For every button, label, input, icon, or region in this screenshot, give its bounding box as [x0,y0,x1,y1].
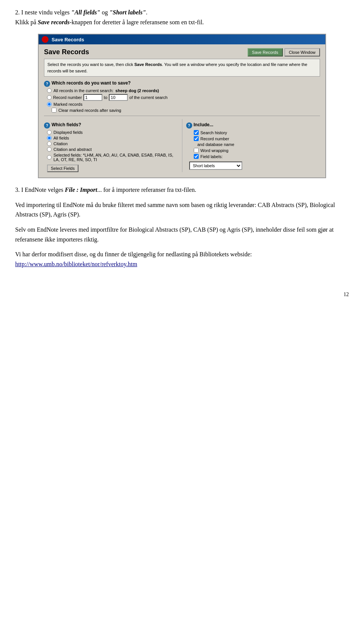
record-number-include-label: Record number [201,136,229,141]
step3-rest: ... for å importere referanser fra txt-f… [97,187,196,193]
which-fields-col: ? Which fields? Displayed fields All fie… [44,119,182,172]
step3-vi-text: Vi har derfor modifisert disse, og du fi… [15,251,252,257]
dialog-buttons: Save Records Close Window [248,48,320,56]
all-records-label: All records in the current search: [53,88,113,93]
clear-marked-option: Clear marked records after saving [52,108,320,113]
record-number-radio[interactable] [47,95,52,100]
search-history-option: Search history [194,130,320,135]
dialog-icon [42,36,49,43]
displayed-fields-option: Displayed fields [47,130,178,135]
intro-paragraph: 2. I neste vindu velges "All fields" og … [15,8,349,27]
citation-abstract-label: Citation and abstract [53,147,92,152]
word-wrapping-option: Word wrapping [194,148,320,153]
section-number: 2. [15,9,20,16]
clear-marked-checkbox[interactable] [52,108,56,113]
all-fields-label: All fields [53,136,69,140]
dialog-instruction: Select the records you want to save, the… [44,59,320,77]
all-fields-radio[interactable] [47,136,52,140]
intro-allfields: "All fields" [71,9,100,16]
question-icon-include: ? [186,122,192,129]
record-number-label: Record number [53,95,82,100]
include-label: Include... [194,122,213,127]
question-icon-records: ? [44,81,50,87]
word-wrapping-checkbox[interactable] [194,148,199,153]
displayed-fields-label: Displayed fields [53,130,83,135]
citation-abstract-radio[interactable] [47,147,52,152]
and-database-label: and database name [198,142,320,147]
divider [44,116,320,116]
intro-text2: Klikk på [15,19,38,25]
citation-label: Citation [53,141,67,146]
labels-dropdown[interactable]: Short labels Long labels No labels [189,162,242,170]
selected-fields-radio[interactable] [47,155,52,160]
field-labels-option: Field labels: [194,154,320,159]
include-section: ? Include... [186,122,320,129]
citation-radio[interactable] [47,141,52,146]
selected-fields-label: Selected fields: *LHM, AN, AO, AU, CA, E… [53,153,178,162]
dialog-titlebar: Save Records [39,35,325,44]
which-records-section: ? Which records do you want to save? [44,80,320,87]
step3-link[interactable]: http://www.umb.no/biblioteket/nor/refver… [15,261,137,267]
field-labels-checkbox[interactable] [194,154,199,159]
page-number: 12 [15,292,349,298]
marked-records-radio[interactable] [47,102,52,107]
step3-selv-paragraph: Selv om EndNote leveres med importfiltre… [15,225,349,244]
step3-detail-paragraph: Ved importering til EndNote må du bruke … [15,200,349,220]
intro-shortlabels: "Short labels" [109,9,146,16]
step3-selv-text: Selv om EndNote leveres med importfiltre… [15,226,334,243]
intro-rest: -knappen for deretter å lagre referansen… [70,19,204,25]
save-records-dialog: Save Records Save Records Save Records C… [38,34,326,178]
field-labels-label: Field labels: [201,154,223,159]
selected-fields-option: Selected fields: *LHM, AN, AO, AU, CA, E… [47,153,178,162]
record-to-input[interactable] [109,94,128,101]
citation-option: Citation [47,141,178,146]
close-window-button[interactable]: Close Window [284,48,320,56]
search-history-checkbox[interactable] [194,130,199,135]
marked-records-option: Marked records [47,102,320,107]
dialog-body: Save Records Save Records Close Window S… [39,44,325,177]
displayed-fields-radio[interactable] [47,130,52,135]
step3-intro: 3. I EndNote velges [15,187,65,193]
question-icon-fields: ? [44,122,50,129]
select-fields-button[interactable]: Select Fields [47,165,78,172]
save-records-button[interactable]: Save Records [248,48,283,56]
record-number-include-checkbox[interactable] [194,136,199,141]
all-fields-option: All fields [47,136,178,140]
step3-paragraph: 3. I EndNote velges File : Import... for… [15,185,349,195]
dialog-header-row: Save Records Save Records Close Window [44,48,320,56]
search-term-label: sheep dog (2 records) [115,88,159,93]
to-label: to [104,95,107,100]
step3-vi-paragraph: Vi har derfor modifisert disse, og du fi… [15,249,349,269]
dialog-title: Save Records [52,37,84,42]
all-records-radio[interactable] [47,88,52,93]
dialog-title-text: Save Records [44,48,89,56]
clear-marked-label: Clear marked records after saving [58,108,121,113]
search-history-label: Search history [201,130,227,135]
which-fields-section: ? Which fields? [44,122,178,129]
citation-abstract-option: Citation and abstract [47,147,178,152]
which-records-label: Which records do you want to save? [52,80,131,86]
intro-saverecords-bold: Save records [38,19,70,25]
instruction-text-prefix: Select the records you want to save, the… [47,62,134,67]
step3-detail-text: Ved importering til EndNote må du bruke … [15,202,335,218]
intro-and: og [100,9,109,16]
record-from-input[interactable] [83,94,102,101]
record-suffix-label: of the current search [129,95,168,100]
all-records-option: All records in the current search: sheep… [47,88,320,93]
record-number-row: Record number to of the current search [47,94,320,101]
which-fields-label: Which fields? [52,122,81,127]
intro-text1: I neste vindu velges [21,9,71,16]
include-col: ? Include... Search history Record numbe… [182,119,320,172]
instruction-save-bold: Save Records [134,62,162,67]
step3-file: File : Import [65,187,97,193]
two-col-section: ? Which fields? Displayed fields All fie… [44,119,320,172]
word-wrapping-label: Word wrapping [201,148,229,153]
record-number-include-option: Record number [194,136,320,141]
marked-records-label: Marked records [53,102,82,107]
